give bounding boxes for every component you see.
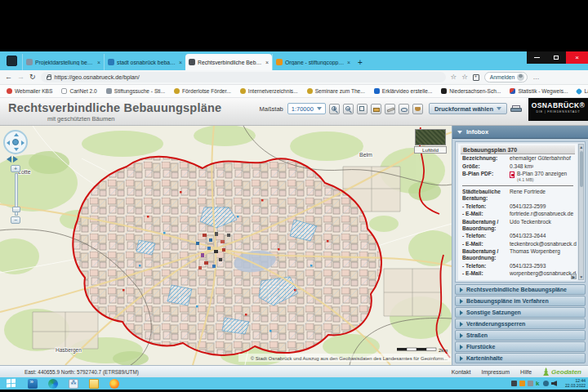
minimize-button[interactable] [527, 51, 546, 64]
bookmark-statistik[interactable]: Statistik - Wegweis... [510, 88, 568, 94]
tab-close-icon[interactable]: × [179, 60, 182, 65]
identify-button[interactable] [399, 104, 409, 114]
close-button[interactable]: × [566, 51, 588, 64]
pan-compass-control[interactable] [3, 130, 28, 154]
contact-email[interactable]: worpenberg@osnabrueck.d [510, 270, 576, 277]
geodaten-logo[interactable]: Geodaten [542, 368, 581, 376]
aerial-thumbnail[interactable] [415, 129, 446, 145]
pan-west-icon[interactable] [7, 140, 10, 145]
signin-button[interactable]: Anmelden [484, 72, 528, 82]
bookmark-niedersachsen[interactable]: Niedersachsen-Sch... [441, 88, 501, 94]
start-button[interactable] [7, 379, 17, 389]
accordion-rechtsverbindliche[interactable]: Rechtsverbindliche Bebauungspläne [455, 284, 586, 295]
impressum-link[interactable]: Impressum [481, 369, 510, 375]
tray-app-icon[interactable] [543, 381, 549, 386]
bookmark-webmailer[interactable]: Webmailer KBS [7, 88, 52, 94]
favorite-star-icon[interactable]: ☆ [451, 74, 457, 81]
tab-organe[interactable]: Organe - stiftungcoppenrath.de × [272, 54, 354, 70]
zoom-slider-handle[interactable] [12, 207, 20, 212]
new-tab-button[interactable]: + [354, 56, 367, 70]
full-extent-button[interactable] [357, 104, 368, 114]
bookmark-seminare[interactable]: Seminare zum The... [307, 88, 365, 94]
tab-close-icon[interactable]: × [265, 60, 269, 65]
scroll-up-icon[interactable]: ▲ [579, 145, 584, 149]
taskbar-edge-icon[interactable] [48, 379, 58, 389]
tools-button[interactable] [412, 104, 423, 114]
accordion-satzungen[interactable]: Sonstige Satzungen [455, 307, 586, 318]
map-canvas[interactable]: Lotte Belm Hasbergen 2km © Stadt Osnabrü… [0, 126, 452, 365]
view-history-controls [7, 156, 18, 163]
pan-east-icon[interactable] [21, 140, 24, 145]
tab-close-icon[interactable]: × [347, 60, 350, 65]
accordion-flurstuecke[interactable]: Flurstücke [455, 341, 586, 352]
bookmark-erklaervideo[interactable]: Erklärvideo erstelle... [374, 88, 433, 94]
pan-center-icon[interactable] [12, 139, 19, 145]
zoom-in-button[interactable] [329, 104, 340, 114]
next-view-button[interactable] [13, 156, 18, 163]
accordion-strassen[interactable]: Straßen [455, 330, 586, 341]
infobox-scrollbar[interactable]: ▲ ▼ [578, 144, 584, 280]
tray-app-icon[interactable] [519, 381, 525, 386]
tab-stadt-osnabrueck[interactable]: stadt osnabrück bebauungsplä... × [104, 54, 185, 70]
scrollbar-thumb[interactable] [580, 151, 584, 187]
taskbar-remote-app-icon[interactable] [28, 379, 38, 389]
bookmark-foerderlotse[interactable]: Förderlotse Förder... [174, 88, 231, 94]
layers-button[interactable] [371, 104, 381, 114]
tray-app-icon[interactable] [528, 381, 533, 386]
bookmark-internetverzeichnis[interactable]: Internetverzeichnis... [240, 88, 298, 94]
tree-icon [542, 368, 550, 376]
accordion-veraenderungssperren[interactable]: Veränderungssperren [455, 318, 586, 329]
bookmark-lamapoll[interactable]: LamaPoll [577, 88, 588, 94]
url-bar[interactable]: https://geo.osnabrueck.de/bplan/ [41, 72, 446, 82]
maximize-icon [554, 56, 559, 60]
taskbar-firefox-icon[interactable] [109, 379, 119, 389]
reload-button[interactable]: ↻ [29, 74, 36, 81]
previous-view-button[interactable] [7, 156, 11, 163]
tab-title: Rechtsverbindliche Bebauungsp... [198, 60, 263, 65]
pdf-link[interactable]: B-Plan 370 anzeigen [517, 171, 567, 176]
tray-antivirus-icon[interactable]: k [536, 381, 541, 386]
scroll-down-icon[interactable]: ▼ [579, 274, 584, 279]
kontakt-link[interactable]: Kontakt [452, 369, 471, 375]
zoom-slider-minus-button[interactable]: − [11, 216, 20, 224]
tab-projektdarstellung[interactable]: Projektdarstellung bearbeiten ... × [22, 54, 104, 70]
infobox-header[interactable]: Infobox [452, 126, 588, 139]
lock-icon [47, 76, 51, 80]
footer-links: Kontakt Impressum Hilfe Geodaten [452, 368, 588, 376]
pan-north-icon[interactable] [14, 133, 19, 136]
basemap-toggle[interactable]: Luftbild [414, 129, 447, 154]
contact-email-row: - E-Mail: worpenberg@osnabrueck.d [461, 270, 575, 277]
bookmark-carinet[interactable]: CariNet 2.0 [61, 88, 96, 94]
print-format-button[interactable]: Druckformat wählen [429, 103, 507, 114]
accordion-karteninhalte[interactable]: Karteninhalte [455, 353, 586, 363]
tab-close-icon[interactable]: × [97, 60, 100, 65]
taskbar-clock[interactable]: 12:44 22.03.2022 [556, 379, 586, 389]
zoom-slider-plus-button[interactable]: + [11, 165, 20, 172]
back-button[interactable]: ← [5, 74, 12, 81]
favorites-list-icon[interactable]: ☆ [461, 74, 468, 81]
bookmark-stiftungssuche[interactable]: Stiftungssuche - Sti... [106, 88, 165, 94]
browser-menu-icon[interactable]: … [532, 74, 540, 81]
maximize-button[interactable] [546, 51, 566, 64]
collections-icon[interactable] [473, 74, 479, 81]
zoom-out-button[interactable] [343, 104, 354, 114]
hilfe-link[interactable]: Hilfe [520, 369, 532, 375]
tab-actions-icon[interactable] [7, 56, 17, 66]
taskbar-explorer-icon[interactable] [89, 379, 99, 389]
zoom-slider-track[interactable] [15, 173, 18, 216]
accordion-verfahren[interactable]: Bebauungspläne im Verfahren [455, 296, 586, 306]
measure-button[interactable] [385, 104, 395, 114]
scroll-right-icon[interactable]: ▶ [571, 274, 577, 279]
tab-rechtsverbindliche-active[interactable]: Rechtsverbindliche Bebauungsp... × [185, 54, 272, 70]
infobox-header-label: Infobox [466, 128, 488, 136]
contact-phone-row: - Telefon: 0541/323-2593 [461, 262, 575, 270]
coordinates-readout: East: 440655.9 North: 5792740.7 (ETRS89/… [24, 369, 139, 375]
contact-email[interactable]: teckenbrock@osnabrueck.d [510, 241, 577, 247]
taskbar-portal-icon[interactable] [69, 379, 78, 389]
pan-south-icon[interactable] [14, 148, 19, 151]
scale-select[interactable]: 1:70000 [287, 103, 326, 114]
print-button[interactable] [510, 104, 523, 114]
contact-email[interactable]: fortriede.r@osnabrueck.de [510, 211, 573, 217]
forward-button[interactable]: → [17, 74, 24, 81]
tray-printer-icon[interactable] [511, 381, 517, 386]
